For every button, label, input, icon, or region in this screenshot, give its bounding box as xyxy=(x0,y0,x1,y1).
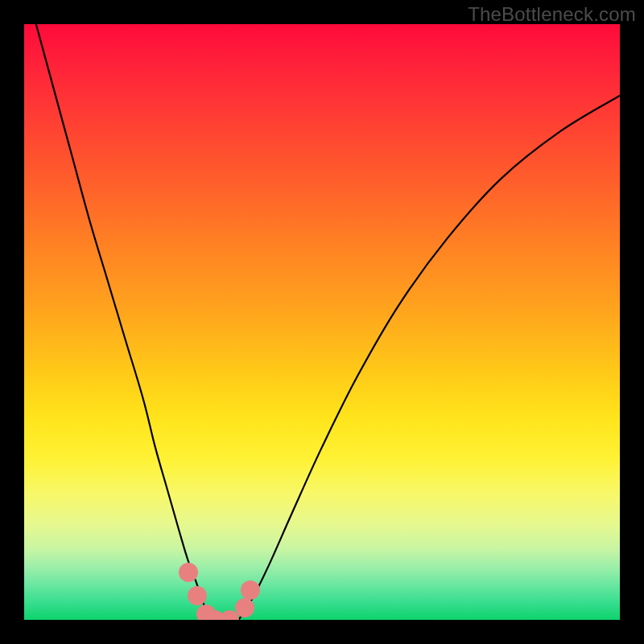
highlight-marker xyxy=(179,563,198,582)
highlight-marker xyxy=(241,580,260,600)
curve-right-branch xyxy=(238,96,620,620)
bottleneck-curve xyxy=(24,24,620,620)
chart-frame: TheBottleneck.com xyxy=(0,0,644,644)
curve-left-branch xyxy=(36,24,215,620)
highlight-marker xyxy=(188,586,207,605)
watermark-text: TheBottleneck.com xyxy=(468,3,636,26)
highlight-marker xyxy=(235,598,254,617)
plot-area xyxy=(24,24,620,620)
